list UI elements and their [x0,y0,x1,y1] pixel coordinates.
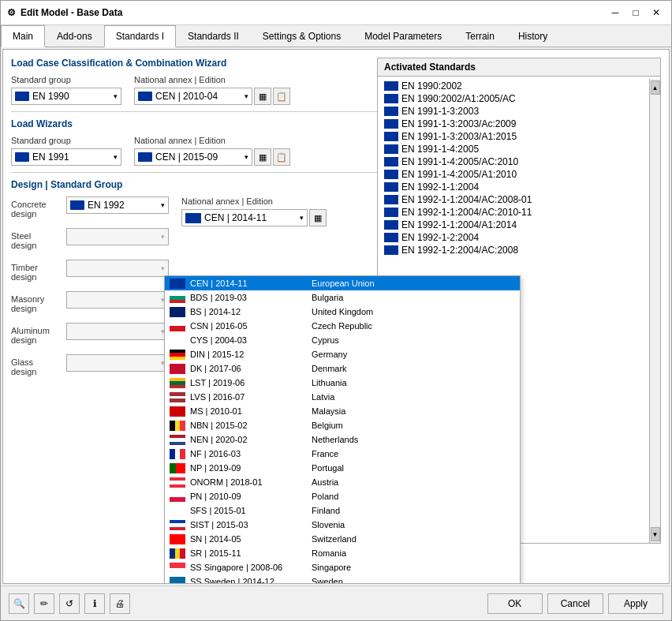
dropdown-item[interactable]: BDS | 2019-03Bulgaria [165,290,520,305]
country-name: Czech Republic [312,321,372,331]
design-left: Concrete design EN 1992 ▾ Steel design ▾ [11,196,169,383]
filter-button-3[interactable]: ▦ [309,209,327,226]
load-case-annex-select[interactable]: CEN | 2010-04 ▾ [134,88,252,105]
refresh-icon[interactable]: ↺ [59,593,80,614]
country-name: France [312,449,338,458]
dropdown-item[interactable]: SIST | 2015-03Slovenia [165,518,520,532]
tab-terrain[interactable]: Terrain [454,25,506,47]
close-button[interactable]: ✕ [648,6,665,20]
list-item: EN 1990:2002/A1:2005/AC [381,92,657,105]
dropdown-item[interactable]: LST | 2019-06Lithuania [165,376,520,390]
load-wizards-annex-label: National annex | Edition [134,136,290,145]
info-icon[interactable]: ℹ [84,593,105,614]
standard-name: EN 1992-1-1:2004/A1:2014 [401,219,517,230]
national-annex-design-select[interactable]: CEN | 2014-11 ▾ [181,209,308,226]
standard-name: EN 1992-1-2:2004 [401,232,479,243]
standard-code: MS | 2010-01 [190,406,307,416]
dropdown-item[interactable]: CYS | 2004-03Cyprus [165,333,520,347]
scrollbar[interactable]: ▲ ▼ [649,79,660,543]
glass-row: Glass design ▾ [11,354,169,378]
maximize-button[interactable]: □ [627,6,644,20]
dropdown-item[interactable]: NEN | 2020-02Netherlands [165,432,520,447]
tab-model-parameters[interactable]: Model Parameters [353,25,454,47]
minimize-button[interactable]: ─ [607,6,624,20]
list-item: EN 1992-1-1:2004/AC:2010-11 [381,206,657,219]
standard-code: LVS | 2016-07 [190,392,307,402]
dropdown-item[interactable]: ONORM | 2018-01Austria [165,475,520,489]
dropdown-item[interactable]: NF | 2016-03France [165,447,520,461]
dropdown-item[interactable]: NP | 2019-09Portugal [165,461,520,475]
eu-standard-flag-icon [384,107,398,116]
ok-button[interactable]: OK [487,593,543,614]
dropdown-item[interactable]: SR | 2015-11Romania [165,546,520,560]
glass-select[interactable]: ▾ [66,354,169,372]
country-name: Germany [312,350,347,359]
scroll-down-button[interactable]: ▼ [651,527,660,541]
country-flag-icon [170,492,185,502]
steel-select[interactable]: ▾ [66,228,169,245]
dropdown-item[interactable]: CEN | 2014-11European Union [165,276,520,290]
activated-standards-title: Activated Standards [378,58,660,77]
standard-code: SS Singapore | 2008-06 [190,563,307,572]
copy-button-1[interactable]: 📋 [273,88,290,105]
chevron-down-icon-6: ▾ [161,233,165,241]
load-wizards-sg-select[interactable]: EN 1991 ▾ [11,148,121,166]
load-wizards-annex-select[interactable]: CEN | 2015-09 ▾ [134,148,252,166]
filter-button-1[interactable]: ▦ [254,88,271,105]
concrete-select[interactable]: EN 1992 ▾ [66,196,169,214]
dropdown-item[interactable]: DK | 2017-06Denmark [165,361,520,376]
apply-button[interactable]: Apply [608,593,663,614]
standard-code: SIST | 2015-03 [190,520,307,529]
dropdown-item[interactable]: BS | 2014-12United Kingdom [165,305,520,319]
eu-standard-flag-icon [384,195,398,204]
load-wizards-sg-value: EN 1991 [32,152,69,163]
country-name: Switzerland [312,534,357,544]
standard-code: ONORM | 2018-01 [190,477,307,487]
tab-standards-i[interactable]: Standards I [104,25,176,47]
dropdown-item[interactable]: NBN | 2015-02Belgium [165,418,520,432]
country-name: Sweden [312,577,343,584]
eu-standard-flag-icon [384,144,398,154]
eu-flag-5 [70,200,84,210]
chevron-down-icon-5: ▾ [161,201,165,209]
glass-label: Glass design [11,354,54,376]
standard-code: SS Sweden | 2014-12 [190,577,307,584]
national-annex-dropdown[interactable]: CEN | 2014-11European UnionBDS | 2019-03… [164,275,521,584]
masonry-select[interactable]: ▾ [66,291,169,309]
dropdown-item[interactable]: CSN | 2016-05Czech Republic [165,319,520,333]
timber-select[interactable]: ▾ [66,260,169,277]
tab-history[interactable]: History [506,25,559,47]
masonry-row: Masonry design ▾ [11,291,169,315]
country-flag-icon [170,449,185,459]
concrete-label: Concrete design [11,196,54,219]
tab-main[interactable]: Main [1,25,45,47]
dropdown-item[interactable]: SFS | 2015-01Finland [165,503,520,518]
filter-button-2[interactable]: ▦ [254,148,271,166]
list-item: EN 1992-1-1:2004 [381,181,657,193]
steel-row: Steel design ▾ [11,228,169,252]
eu-standard-flag-icon [384,94,398,103]
tab-settings-options[interactable]: Settings & Options [251,25,353,47]
dropdown-item[interactable]: PN | 2010-09Poland [165,489,520,503]
cancel-button[interactable]: Cancel [547,593,603,614]
edit-icon[interactable]: ✏ [34,593,54,614]
dropdown-item[interactable]: DIN | 2015-12Germany [165,347,520,361]
national-annex-design-wrap: CEN | 2014-11 ▾ ▦ [181,209,327,226]
load-case-annex-value: CEN | 2010-04 [155,91,218,102]
print-icon[interactable]: 🖨 [110,593,130,614]
tab-addons[interactable]: Add-ons [45,25,104,47]
footer: 🔍 ✏ ↺ ℹ 🖨 OK Cancel Apply [1,585,671,620]
aluminum-select[interactable]: ▾ [66,323,169,340]
copy-button-2[interactable]: 📋 [273,148,290,166]
scroll-up-button[interactable]: ▲ [651,80,660,95]
dropdown-item[interactable]: LVS | 2016-07Latvia [165,390,520,404]
timber-row: Timber design ▾ [11,260,169,283]
dropdown-item[interactable]: SS Singapore | 2008-06Singapore [165,560,520,574]
tab-standards-ii[interactable]: Standards II [176,25,251,47]
dropdown-item[interactable]: SN | 2014-05Switzerland [165,532,520,546]
load-case-sg-select[interactable]: EN 1990 ▾ [11,88,121,105]
dropdown-item[interactable]: SS Sweden | 2014-12Sweden [165,574,520,584]
country-name: Malaysia [312,406,345,416]
search-icon[interactable]: 🔍 [9,593,29,614]
dropdown-item[interactable]: MS | 2010-01Malaysia [165,404,520,418]
